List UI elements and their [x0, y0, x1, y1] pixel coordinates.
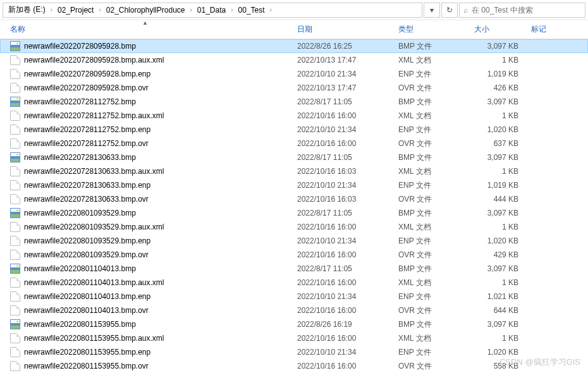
file-size-cell: 1 KB	[468, 334, 525, 343]
file-row[interactable]: newrawfile20220801153955.bmp2022/8/26 16…	[0, 317, 588, 331]
file-date-cell: 2022/10/10 21:34	[291, 125, 392, 134]
file-date-cell: 2022/10/13 17:47	[291, 83, 392, 92]
image-file-icon	[10, 208, 20, 218]
refresh-button[interactable]: ↻	[441, 3, 458, 18]
file-size-cell: 3,097 KB	[468, 320, 525, 329]
file-name-label: newrawfile20220801093529.bmp.enp	[24, 236, 150, 245]
column-header-date[interactable]: 日期	[291, 20, 392, 39]
file-row[interactable]: newrawfile20220801104013.bmp.enp2022/10/…	[0, 290, 588, 303]
search-box[interactable]: ⌕	[459, 3, 585, 18]
file-row[interactable]: newrawfile20220801104013.bmp2022/8/17 11…	[0, 262, 588, 276]
chevron-right-icon: ›	[230, 6, 234, 13]
file-date-cell: 2022/10/10 21:34	[291, 70, 392, 78]
file-row[interactable]: newrawfile20220801104013.bmp.ovr2022/10/…	[0, 303, 588, 317]
file-type-cell: OVR 文件	[392, 138, 468, 149]
file-row[interactable]: newrawfile20220801093529.bmp.ovr2022/10/…	[0, 248, 588, 262]
column-header-type[interactable]: 类型	[392, 20, 468, 39]
breadcrumb-item[interactable]: 新加卷 (E:)	[6, 3, 48, 16]
file-name-cell: newrawfile20220728130633.bmp.enp	[0, 180, 291, 190]
file-name-cell: newrawfile20220801153955.bmp.aux.xml	[0, 333, 291, 343]
search-input[interactable]	[472, 6, 581, 15]
file-row[interactable]: newrawfile20220801153955.bmp.aux.xml2022…	[0, 331, 588, 345]
image-file-icon	[10, 264, 20, 274]
file-type-cell: BMP 文件	[392, 41, 468, 52]
file-date-cell: 2022/10/16 16:00	[291, 139, 392, 148]
column-header-name[interactable]: ▲ 名称	[0, 20, 291, 39]
generic-file-icon	[10, 194, 20, 204]
file-row[interactable]: newrawfile20220801153955.bmp.ovr2022/10/…	[0, 359, 588, 373]
file-name-label: newrawfile20220728130633.bmp.ovr	[24, 195, 149, 204]
image-file-icon	[10, 41, 20, 51]
file-type-cell: BMP 文件	[392, 208, 468, 219]
file-row[interactable]: newrawfile20220728095928.bmp.aux.xml2022…	[0, 53, 588, 67]
file-type-cell: XML 文档	[392, 278, 468, 288]
generic-file-icon	[10, 278, 20, 288]
file-type-cell: XML 文档	[392, 333, 468, 344]
file-size-cell: 637 KB	[468, 139, 525, 148]
file-row[interactable]: newrawfile20220728130633.bmp.ovr2022/10/…	[0, 192, 588, 206]
file-date-cell: 2022/8/26 16:19	[291, 320, 392, 329]
file-size-cell: 1 KB	[468, 278, 525, 287]
file-type-cell: ENP 文件	[392, 180, 468, 191]
breadcrumb[interactable]: 新加卷 (E:)›02_Project›02_ChlorophyllProduc…	[3, 3, 422, 18]
file-row[interactable]: newrawfile20220728130633.bmp2022/8/17 11…	[0, 150, 588, 164]
breadcrumb-item[interactable]: 02_Project	[55, 4, 96, 16]
generic-file-icon	[10, 291, 20, 302]
column-header-size[interactable]: 大小	[468, 20, 525, 39]
file-row[interactable]: newrawfile20220728095928.bmp2022/8/26 16…	[0, 39, 588, 53]
file-row[interactable]: newrawfile20220728112752.bmp.enp2022/10/…	[0, 123, 588, 137]
file-row[interactable]: newrawfile20220728112752.bmp.aux.xml2022…	[0, 109, 588, 123]
breadcrumb-item[interactable]: 01_Data	[195, 4, 228, 16]
file-name-label: newrawfile20220801093529.bmp.ovr	[24, 250, 149, 259]
file-date-cell: 2022/10/16 16:03	[291, 195, 392, 204]
column-header-tag[interactable]: 标记	[525, 20, 588, 39]
file-name-label: newrawfile20220801104013.bmp.aux.xml	[24, 278, 164, 287]
file-name-label: newrawfile20220728112752.bmp	[24, 97, 136, 106]
file-size-cell: 1,021 KB	[468, 292, 525, 301]
file-name-cell: newrawfile20220801104013.bmp.aux.xml	[0, 278, 291, 288]
file-date-cell: 2022/10/16 16:00	[291, 334, 392, 343]
file-row[interactable]: newrawfile20220801093529.bmp.enp2022/10/…	[0, 234, 588, 248]
file-name-cell: newrawfile20220728112752.bmp.aux.xml	[0, 111, 291, 121]
file-type-cell: ENP 文件	[392, 69, 468, 80]
address-toolbar: 新加卷 (E:)›02_Project›02_ChlorophyllProduc…	[0, 0, 588, 20]
file-name-label: newrawfile20220801104013.bmp	[24, 264, 136, 273]
file-row[interactable]: newrawfile20220728095928.bmp.enp2022/10/…	[0, 67, 588, 81]
file-row[interactable]: newrawfile20220801093529.bmp2022/8/17 11…	[0, 206, 588, 220]
column-header-date-label: 日期	[297, 24, 312, 35]
file-row[interactable]: newrawfile20220728130633.bmp.aux.xml2022…	[0, 164, 588, 178]
breadcrumb-item[interactable]: 00_Test	[236, 4, 267, 16]
generic-file-icon	[10, 55, 20, 65]
file-size-cell: 1,020 KB	[468, 125, 525, 134]
file-size-cell: 3,097 KB	[468, 209, 525, 217]
file-row[interactable]: newrawfile20220801104013.bmp.aux.xml2022…	[0, 276, 588, 290]
file-row[interactable]: newrawfile20220728095928.bmp.ovr2022/10/…	[0, 81, 588, 95]
file-row[interactable]: newrawfile20220728112752.bmp2022/8/17 11…	[0, 95, 588, 109]
file-date-cell: 2022/10/10 21:34	[291, 292, 392, 301]
chevron-right-icon: ›	[269, 6, 273, 13]
file-name-cell: newrawfile20220728095928.bmp.ovr	[0, 83, 291, 93]
breadcrumb-item[interactable]: 02_ChlorophyllProduce	[104, 4, 188, 16]
file-row[interactable]: newrawfile20220728130633.bmp.enp2022/10/…	[0, 178, 588, 192]
file-name-cell: newrawfile20220801093529.bmp	[0, 208, 291, 218]
file-name-cell: newrawfile20220801093529.bmp.aux.xml	[0, 222, 291, 232]
file-row[interactable]: newrawfile20220801153955.bmp.enp2022/10/…	[0, 345, 588, 359]
file-name-label: newrawfile20220728112752.bmp.enp	[24, 125, 150, 134]
generic-file-icon	[10, 222, 20, 232]
file-date-cell: 2022/10/13 17:47	[291, 56, 392, 64]
sort-ascending-icon: ▲	[142, 20, 148, 26]
file-name-label: newrawfile20220728095928.bmp	[24, 42, 136, 51]
file-row[interactable]: newrawfile20220728112752.bmp.ovr2022/10/…	[0, 137, 588, 150]
chevron-right-icon: ›	[49, 6, 54, 13]
generic-file-icon	[10, 305, 20, 315]
file-size-cell: 3,097 KB	[468, 153, 525, 162]
file-name-label: newrawfile20220728095928.bmp.ovr	[24, 83, 149, 92]
file-row[interactable]: newrawfile20220801093529.bmp.aux.xml2022…	[0, 220, 588, 234]
file-name-cell: newrawfile20220801153955.bmp	[0, 319, 291, 329]
file-name-cell: newrawfile20220728130633.bmp	[0, 152, 291, 162]
file-size-cell: 644 KB	[468, 306, 525, 315]
history-dropdown-button[interactable]: ▾	[424, 3, 440, 18]
image-file-icon	[10, 97, 20, 107]
file-type-cell: XML 文档	[392, 111, 468, 121]
chevron-down-icon: ▾	[430, 6, 434, 15]
